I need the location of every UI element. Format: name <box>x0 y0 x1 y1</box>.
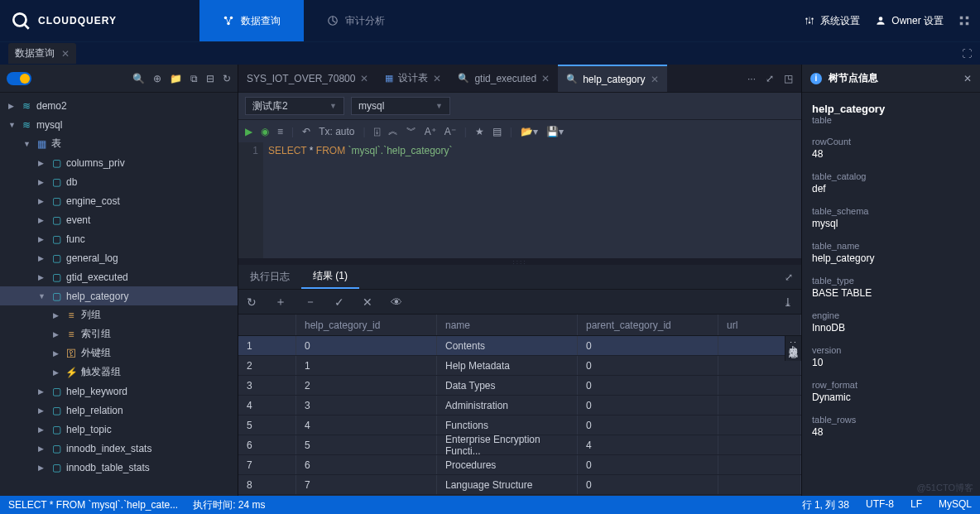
nav-system-settings[interactable]: 系统设置 <box>804 14 860 28</box>
table-row[interactable]: 54Functions0 <box>238 416 801 435</box>
grid-cell[interactable]: 6 <box>238 435 296 454</box>
expand-result-icon[interactable]: ⤢ <box>785 271 801 283</box>
tree-node[interactable]: ▶▢event <box>0 210 238 229</box>
new-file-icon[interactable]: ⊕ <box>153 73 161 84</box>
close-icon[interactable]: ✕ <box>61 48 70 60</box>
tree-arrow[interactable]: ▶ <box>8 102 20 110</box>
run-icon[interactable]: ▶ <box>245 126 252 137</box>
cancel-icon[interactable]: ✕ <box>363 295 372 309</box>
apps-icon[interactable] <box>958 15 970 26</box>
grid-cell[interactable]: Data Types <box>437 376 578 395</box>
tree-arrow[interactable]: ▶ <box>38 387 50 396</box>
grid-col-header[interactable]: help_category_id <box>296 315 437 335</box>
grid-cell[interactable] <box>718 376 801 395</box>
tree-arrow[interactable]: ▶ <box>38 235 50 243</box>
tree-node[interactable]: ▶▢general_log <box>0 248 238 267</box>
bookmark-icon[interactable]: ▤ <box>492 126 502 137</box>
tree-arrow[interactable]: ▼ <box>38 292 50 300</box>
grid-cell[interactable]: 4 <box>578 435 718 454</box>
tab-result[interactable]: 结果 (1) <box>301 265 359 289</box>
copy-icon[interactable]: ⧉ <box>190 73 198 84</box>
tree-arrow[interactable]: ▶ <box>53 349 65 358</box>
close-icon[interactable]: ✕ <box>541 73 550 84</box>
grid-cell[interactable]: Help Metadata <box>437 356 578 375</box>
search-icon[interactable]: 🔍 <box>132 73 145 84</box>
grid-cell[interactable]: 1 <box>238 336 296 355</box>
export-icon[interactable]: ⤓ <box>783 295 793 309</box>
grid-cell[interactable]: 3 <box>296 396 437 415</box>
tree-node[interactable]: ▶▢engine_cost <box>0 191 238 210</box>
theme-toggle[interactable] <box>7 72 31 85</box>
tree-node[interactable]: ▶▢gtid_executed <box>0 267 238 286</box>
grid-cell[interactable]: 4 <box>238 396 296 415</box>
tree-arrow[interactable]: ▶ <box>38 464 50 472</box>
grid-cell[interactable]: 1 <box>296 356 437 375</box>
vertical-resize-handle[interactable]: :::: <box>238 258 801 265</box>
grid-cell[interactable]: 0 <box>578 356 718 375</box>
tree-arrow[interactable]: ▶ <box>38 197 50 205</box>
tree-node[interactable]: ▶≡索引组 <box>0 324 238 343</box>
grid-cell[interactable]: 4 <box>296 416 437 435</box>
grid-col-header[interactable]: parent_category_id <box>578 315 718 335</box>
tree-node[interactable]: ▼≋mysql <box>0 115 238 134</box>
format-icon[interactable]: ⍗ <box>374 126 380 137</box>
editor-tab-active[interactable]: 🔍help_category✕ <box>558 65 666 92</box>
grid-cell[interactable]: 2 <box>296 376 437 395</box>
schema-selector[interactable]: mysql▼ <box>351 97 450 115</box>
grid-col-rownum[interactable] <box>238 315 296 335</box>
tree-node[interactable]: ▶▢columns_priv <box>0 153 238 172</box>
tree-arrow[interactable]: ▶ <box>38 216 50 224</box>
table-row[interactable]: 21Help Metadata0 <box>238 356 801 376</box>
tree-node[interactable]: ▶▢help_relation <box>0 401 238 420</box>
collapse-icon[interactable]: ⊟ <box>206 73 214 84</box>
grid-cell[interactable]: 3 <box>238 376 296 395</box>
grid-cell[interactable]: 6 <box>296 455 437 474</box>
tree-arrow[interactable]: ▶ <box>38 159 50 167</box>
popout-icon[interactable]: ◳ <box>784 73 793 84</box>
maximize-icon[interactable]: ⛶ <box>962 48 980 60</box>
status-encoding[interactable]: UTF-8 <box>866 498 894 512</box>
add-row-icon[interactable]: ＋ <box>275 295 286 310</box>
tree-arrow[interactable]: ▶ <box>53 311 65 319</box>
tree-node[interactable]: ▶⚡触发器组 <box>0 363 238 382</box>
grid-cell[interactable]: 2 <box>238 356 296 375</box>
grid-cell[interactable]: 0 <box>296 336 437 355</box>
commit-icon[interactable]: ✓ <box>334 295 344 309</box>
grid-cell[interactable] <box>718 475 801 494</box>
font-decrease-icon[interactable]: A⁻ <box>444 126 456 137</box>
collapse-up-icon[interactable]: ︽ <box>388 124 398 138</box>
grid-cell[interactable]: Language Structure <box>437 475 578 494</box>
tree-arrow[interactable]: ▶ <box>38 273 50 281</box>
expand-down-icon[interactable]: ︾ <box>406 124 416 138</box>
table-row[interactable]: 65Enterprise Encryption Functi...4 <box>238 435 801 455</box>
tree-arrow[interactable]: ▼ <box>23 140 35 148</box>
undo-icon[interactable]: ↶ <box>302 126 310 137</box>
tree-node[interactable]: ▼▢help_category <box>0 286 238 305</box>
refresh-icon[interactable]: ↻ <box>223 73 231 84</box>
grid-cell[interactable]: 0 <box>578 455 718 474</box>
folder-icon[interactable]: 📁 <box>170 73 182 84</box>
tree-node[interactable]: ▶▢db <box>0 172 238 191</box>
grid-cell[interactable]: 8 <box>238 475 296 494</box>
tree-arrow[interactable]: ▶ <box>53 368 65 377</box>
tab-exec-log[interactable]: 执行日志 <box>238 265 301 289</box>
grid-cell[interactable]: Procedures <box>437 455 578 474</box>
grid-cell[interactable]: 0 <box>578 416 718 435</box>
editor-tab[interactable]: ▦设计表✕ <box>377 65 449 92</box>
status-dialect[interactable]: MySQL <box>939 498 972 512</box>
grid-cell[interactable]: 7 <box>238 455 296 474</box>
close-icon[interactable]: ✕ <box>433 73 441 84</box>
tree-node[interactable]: ▶▢func <box>0 229 238 248</box>
workspace-tab[interactable]: 数据查询 ✕ <box>8 43 76 64</box>
delete-row-icon[interactable]: － <box>305 295 316 310</box>
tree-arrow[interactable]: ▶ <box>38 178 50 186</box>
grid-cell[interactable] <box>718 416 801 435</box>
editor-tab[interactable]: 🔍gtid_executed✕ <box>449 65 558 92</box>
table-row[interactable]: 43Administration0 <box>238 396 801 416</box>
nav-owner-settings[interactable]: Owner 设置 <box>875 14 944 28</box>
view-icon[interactable]: 👁 <box>391 295 402 309</box>
tree-node[interactable]: ▶≋demo2 <box>0 96 238 115</box>
tree-arrow[interactable]: ▶ <box>38 406 50 415</box>
tree-node[interactable]: ▼▦表 <box>0 134 238 153</box>
tree-arrow[interactable]: ▶ <box>38 444 50 453</box>
